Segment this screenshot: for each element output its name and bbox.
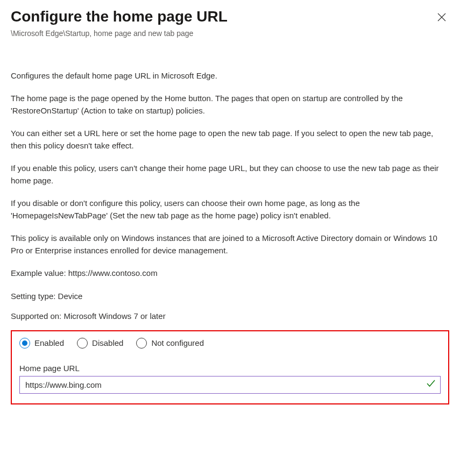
description-p4: If you enable this policy, users can't c… bbox=[11, 162, 449, 187]
radio-icon bbox=[136, 338, 147, 349]
close-button[interactable] bbox=[434, 10, 449, 26]
radio-icon bbox=[77, 338, 88, 349]
radio-enabled-label: Enabled bbox=[34, 338, 64, 347]
radio-enabled[interactable]: Enabled bbox=[19, 338, 64, 349]
radio-icon bbox=[19, 338, 30, 349]
configuration-panel: Enabled Disabled Not configured Home pag… bbox=[11, 330, 449, 404]
state-radio-group: Enabled Disabled Not configured bbox=[19, 338, 441, 349]
radio-disabled-label: Disabled bbox=[92, 338, 123, 347]
radio-disabled[interactable]: Disabled bbox=[77, 338, 123, 349]
home-page-url-input[interactable] bbox=[19, 376, 441, 394]
description-p6: This policy is available only on Windows… bbox=[11, 232, 449, 257]
breadcrumb: \Microsoft Edge\Startup, home page and n… bbox=[11, 29, 228, 38]
radio-not-configured[interactable]: Not configured bbox=[136, 338, 204, 349]
home-page-url-label: Home page URL bbox=[19, 364, 441, 373]
page-title: Configure the home page URL bbox=[11, 8, 228, 26]
close-icon bbox=[437, 15, 446, 23]
description-p1: Configures the default home page URL in … bbox=[11, 70, 449, 82]
description-p3: You can either set a URL here or set the… bbox=[11, 127, 449, 152]
description-p2: The home page is the page opened by the … bbox=[11, 93, 449, 117]
example-value: Example value: https://www.contoso.com bbox=[11, 267, 449, 280]
supported-on: Supported on: Microsoft Windows 7 or lat… bbox=[11, 310, 449, 322]
radio-not-configured-label: Not configured bbox=[151, 338, 204, 347]
setting-type: Setting type: Device bbox=[11, 290, 449, 302]
policy-description: Configures the default home page URL in … bbox=[11, 70, 449, 280]
description-p5: If you disable or don't configure this p… bbox=[11, 197, 449, 222]
